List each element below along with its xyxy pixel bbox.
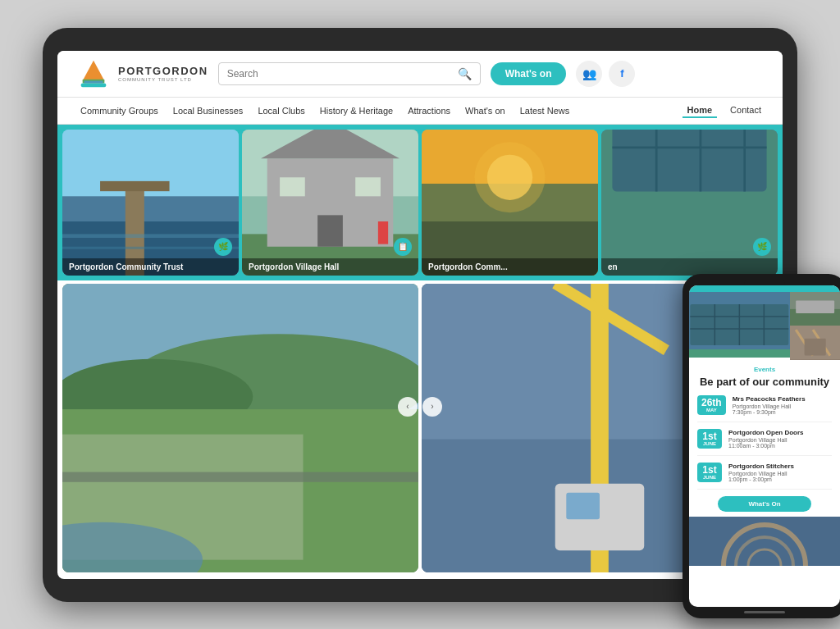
phone-screen: Events Be part of our community 26th MAY… [689, 285, 840, 607]
logo-area: PORTGORDON COMMUNITY TRUST LTD [74, 57, 208, 90]
phone-side-image-2 [790, 326, 840, 360]
card-green[interactable]: 🌿 en [601, 130, 778, 276]
nav-contact[interactable]: Contact [725, 103, 766, 118]
logo-text-block: PORTGORDON COMMUNITY TRUST LTD [118, 65, 208, 82]
card-icon-trust: 🌿 [214, 238, 232, 256]
tablet-frame: PORTGORDON COMMUNITY TRUST LTD 🔍 What's … [43, 28, 797, 602]
phone-events-label: Events [697, 366, 832, 373]
nav-latest-news[interactable]: Latest News [514, 103, 577, 119]
event-info-2: Portgordon Open Doors Portgordon Village… [728, 429, 832, 449]
event-date-month-1: MAY [701, 408, 722, 412]
event-date-month-2: JUNE [701, 441, 718, 446]
facebook-icon-button[interactable]: f [609, 61, 635, 87]
event-date-month-3: JUNE [701, 475, 718, 480]
search-input[interactable] [227, 68, 458, 80]
cards-row: 🌿 Portgordon Community Trust [57, 125, 783, 280]
nav-local-clubs[interactable]: Local Clubs [251, 103, 311, 119]
card-village-hall[interactable]: 📋 Portgordon Village Hall [242, 130, 418, 276]
event-time-3: 1:00pm - 3:00pm [728, 476, 832, 482]
event-venue-1: Portgordon Village Hall [733, 403, 832, 409]
phone-header-images [689, 292, 840, 358]
event-date-num-2: 1st [701, 431, 718, 441]
event-item-2: 1st JUNE Portgordon Open Doors Portgordo… [697, 429, 832, 456]
svg-rect-37 [62, 472, 418, 481]
svg-rect-19 [378, 221, 388, 244]
facebook-icon: f [620, 67, 623, 80]
card-community-trust[interactable]: 🌿 Portgordon Community Trust [62, 130, 239, 276]
logo-sub-text: COMMUNITY TRUST LTD [118, 77, 208, 82]
search-button[interactable]: 🔍 [458, 67, 472, 80]
svg-rect-2 [81, 83, 106, 87]
card-icon-hall: 📋 [394, 238, 412, 256]
card-label-comm: Portgordon Comm... [422, 258, 598, 276]
phone-bottom-bar [744, 611, 785, 613]
search-bar[interactable]: 🔍 [218, 62, 481, 85]
svg-rect-44 [566, 492, 600, 519]
logo-icon [74, 57, 113, 90]
nav-community-groups[interactable]: Community Groups [74, 103, 165, 119]
event-title-2: Portgordon Open Doors [728, 429, 832, 436]
card-community[interactable]: Portgordon Comm... [422, 130, 598, 276]
event-item-3: 1st JUNE Portgordon Stitchers Portgordon… [697, 463, 832, 490]
event-date-badge-2: 1st JUNE [697, 429, 722, 449]
event-date-num-1: 26th [701, 398, 722, 408]
event-title-3: Portgordon Stitchers [728, 463, 832, 470]
event-title-1: Mrs Peacocks Feathers [733, 395, 832, 403]
people-icon: 👥 [582, 67, 596, 80]
svg-rect-17 [280, 177, 305, 196]
prev-arrow[interactable]: ‹ [398, 397, 418, 417]
logo-main-text: PORTGORDON [118, 65, 208, 77]
people-icon-button[interactable]: 👥 [576, 61, 602, 87]
nav-home[interactable]: Home [682, 103, 718, 118]
card-label-trust: Portgordon Community Trust [62, 258, 239, 276]
svg-rect-18 [355, 177, 381, 196]
header-icons: 👥 f [576, 61, 635, 87]
bottom-row [57, 280, 783, 576]
svg-point-24 [475, 142, 546, 212]
tablet-screen: PORTGORDON COMMUNITY TRUST LTD 🔍 What's … [57, 51, 783, 579]
svg-marker-0 [83, 60, 105, 80]
event-time-2: 11:00am - 3:00pm [728, 443, 832, 449]
svg-rect-55 [796, 300, 834, 313]
nav-right: Home Contact [682, 103, 766, 118]
phone-side-images [790, 292, 840, 358]
phone-whats-on-button[interactable]: What's On [718, 496, 812, 512]
phone-side-image-1 [790, 292, 840, 326]
phone-frame: Events Be part of our community 26th MAY… [682, 274, 840, 618]
svg-rect-3 [84, 80, 103, 83]
phone-bottom-image [689, 517, 840, 566]
carousel-arrows: ‹ › [398, 397, 442, 417]
svg-rect-8 [100, 180, 169, 190]
nav-links: Community Groups Local Businesses Local … [74, 103, 682, 119]
event-info-3: Portgordon Stitchers Portgordon Village … [728, 463, 832, 482]
svg-rect-9 [62, 234, 239, 238]
main-content: 🌿 Portgordon Community Trust [57, 125, 783, 579]
nav-attractions[interactable]: Attractions [401, 103, 457, 119]
svg-rect-16 [317, 215, 343, 246]
event-info-1: Mrs Peacocks Feathers Portgordon Village… [733, 395, 832, 415]
event-venue-2: Portgordon Village Hall [728, 437, 832, 443]
event-item-1: 26th MAY Mrs Peacocks Feathers Portgordo… [697, 395, 832, 422]
phone-content: Events Be part of our community 26th MAY… [689, 358, 840, 517]
card-label-green: en [601, 258, 778, 276]
nav-history-heritage[interactable]: History & Heritage [313, 103, 399, 119]
card-label-hall: Portgordon Village Hall [242, 258, 418, 276]
phone-notch [744, 280, 785, 285]
nav-local-businesses[interactable]: Local Businesses [167, 103, 250, 119]
svg-rect-10 [62, 246, 239, 248]
svg-rect-52 [689, 349, 790, 358]
site-nav: Community Groups Local Businesses Local … [57, 98, 783, 125]
whats-on-button[interactable]: What's on [491, 62, 567, 85]
site-header: PORTGORDON COMMUNITY TRUST LTD 🔍 What's … [57, 51, 783, 98]
nav-whats-on[interactable]: What's on [459, 103, 512, 119]
svg-rect-59 [804, 339, 825, 356]
event-date-badge-3: 1st JUNE [697, 463, 722, 482]
phone-main-image [689, 292, 790, 358]
event-time-1: 7:30pm - 9:30pm [733, 409, 832, 415]
event-date-badge-1: 26th MAY [697, 395, 726, 415]
aerial-image [62, 284, 418, 572]
card-icon-green: 🌿 [753, 238, 771, 256]
phone-title: Be part of our community [697, 376, 832, 390]
next-arrow[interactable]: › [422, 397, 442, 417]
event-date-num-3: 1st [701, 465, 718, 475]
